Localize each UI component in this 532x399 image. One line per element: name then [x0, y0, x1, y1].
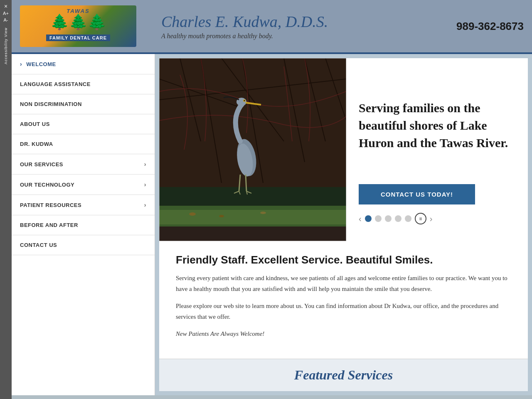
content-area: Serving families on the beautiful shores…: [155, 54, 532, 395]
slider-pause-button[interactable]: ⏸: [415, 213, 426, 224]
accessibility-bar: × A+ A- Accessibility View: [0, 0, 12, 399]
tagline: A healthy mouth promotes a healthy body.: [161, 32, 456, 40]
chevron-right-icon: ›: [144, 181, 146, 188]
practice-name: Charles E. Kudwa, D.D.S.: [161, 12, 456, 31]
sidebar-link-welcome[interactable]: › WELCOME: [12, 54, 155, 74]
slideshow-heading: Serving families on the beautiful shores…: [359, 99, 515, 152]
sidebar-item-patient-resources[interactable]: PATIENT RESOURCES ›: [12, 195, 155, 215]
sidebar-item-language-assistance[interactable]: LANGUAGE ASSISTANCE: [12, 74, 155, 94]
sidebar-link-our-services[interactable]: OUR SERVICES ›: [12, 154, 155, 174]
sidebar: › WELCOME LANGUAGE ASSISTANCE NON DISCRI…: [12, 54, 155, 395]
svg-point-14: [189, 212, 196, 216]
svg-point-15: [219, 215, 224, 217]
sidebar-item-before-and-after[interactable]: BEFORE AND AFTER: [12, 215, 155, 235]
logo-image: 🌲🌲🌲 TAWAS FAMILY DENTAL CARE: [20, 5, 136, 47]
contact-us-today-button[interactable]: CONTACT US TODAY!: [359, 184, 475, 204]
sidebar-link-our-technology[interactable]: OUR TECHNOLOGY ›: [12, 175, 155, 195]
sidebar-link-non-discrimination[interactable]: NON DISCRIMINATION: [12, 94, 155, 114]
font-decrease-button[interactable]: A-: [4, 17, 8, 22]
slider-dot-3[interactable]: [385, 215, 392, 222]
featured-title: Featured Services: [176, 367, 511, 383]
slider-dot-4[interactable]: [395, 215, 401, 222]
featured-section: Featured Services: [159, 359, 528, 391]
sidebar-link-patient-resources[interactable]: PATIENT RESOURCES ›: [12, 195, 155, 215]
chevron-right-icon: ›: [144, 161, 146, 167]
site-header: 🌲🌲🌲 TAWAS FAMILY DENTAL CARE Charles E. …: [12, 0, 532, 54]
slideshow-text-panel: Serving families on the beautiful shores…: [346, 58, 528, 241]
svg-line-24: [246, 175, 246, 191]
chevron-right-icon: ›: [144, 202, 146, 208]
sidebar-item-contact-us[interactable]: CONTACT US: [12, 235, 155, 255]
slider-prev-button[interactable]: ‹: [359, 214, 362, 224]
sidebar-link-language-assistance[interactable]: LANGUAGE ASSISTANCE: [12, 74, 155, 94]
logo-trees-icon: 🌲🌲🌲: [50, 13, 106, 31]
sidebar-item-non-discrimination[interactable]: NON DISCRIMINATION: [12, 94, 155, 114]
content-headline: Friendly Staff. Excellent Service. Beaut…: [176, 254, 511, 266]
sidebar-link-before-and-after[interactable]: BEFORE AND AFTER: [12, 215, 155, 235]
page-wrapper: 🌲🌲🌲 TAWAS FAMILY DENTAL CARE Charles E. …: [12, 0, 532, 395]
slider-controls: ‹ ⏸ ›: [359, 213, 515, 224]
phone-number: 989-362-8673: [456, 20, 524, 33]
accessibility-label: Accessibility View: [4, 27, 8, 64]
svg-point-22: [244, 100, 245, 101]
header-title: Charles E. Kudwa, D.D.S. A healthy mouth…: [153, 12, 456, 40]
svg-rect-13: [159, 210, 346, 224]
sidebar-item-our-technology[interactable]: OUR TECHNOLOGY ›: [12, 175, 155, 195]
content-paragraph-1: Serving every patient with care and kind…: [176, 273, 511, 294]
sidebar-link-dr-kudwa[interactable]: DR. KUDWA: [12, 134, 155, 154]
sidebar-link-about-us[interactable]: ABOUT US: [12, 114, 155, 134]
sidebar-item-welcome[interactable]: › WELCOME: [12, 54, 155, 74]
close-button[interactable]: ×: [4, 3, 7, 9]
slideshow-section: Serving families on the beautiful shores…: [159, 58, 528, 241]
logo-main-text: FAMILY DENTAL CARE: [46, 34, 110, 41]
content-paragraph-3: New Patients Are Always Welcome!: [176, 329, 511, 340]
sidebar-item-dr-kudwa[interactable]: DR. KUDWA: [12, 134, 155, 154]
slider-dot-2[interactable]: [375, 215, 382, 222]
hero-image-svg: [159, 58, 346, 241]
logo-top-text: TAWAS: [66, 8, 89, 14]
slideshow-image: [159, 58, 346, 241]
slider-dot-1[interactable]: [365, 215, 372, 222]
slider-dot-5[interactable]: [405, 215, 411, 222]
main-layout: › WELCOME LANGUAGE ASSISTANCE NON DISCRI…: [12, 54, 532, 395]
logo-area: 🌲🌲🌲 TAWAS FAMILY DENTAL CARE: [20, 5, 153, 47]
sidebar-item-our-services[interactable]: OUR SERVICES ›: [12, 154, 155, 175]
content-text-section: Friendly Staff. Excellent Service. Beaut…: [159, 241, 528, 359]
font-increase-button[interactable]: A+: [3, 11, 9, 16]
sidebar-item-about-us[interactable]: ABOUT US: [12, 114, 155, 134]
content-paragraph-2: Please explore our web site to learn mor…: [176, 301, 511, 322]
chevron-left-icon: ›: [20, 61, 22, 67]
sidebar-link-contact-us[interactable]: CONTACT US: [12, 235, 155, 255]
sidebar-nav: › WELCOME LANGUAGE ASSISTANCE NON DISCRI…: [12, 54, 155, 255]
content-body: Serving every patient with care and kind…: [176, 273, 511, 340]
slider-next-button[interactable]: ›: [430, 214, 433, 224]
svg-point-16: [260, 212, 266, 214]
